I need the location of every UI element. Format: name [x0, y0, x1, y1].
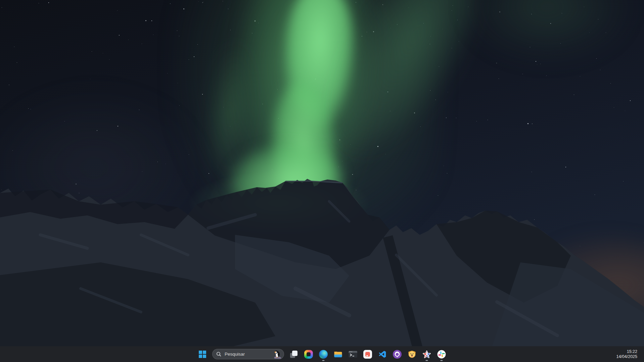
- windows-logo-icon: [199, 351, 206, 358]
- clock-date: 14/04/2025: [616, 354, 637, 360]
- taskbar-center-group: [195, 346, 449, 362]
- github-octocat-icon: [393, 350, 402, 359]
- edge-browser-icon: [319, 350, 328, 359]
- taskbar-app-task-view[interactable]: [286, 347, 301, 362]
- taskbar-app-vscode[interactable]: [375, 347, 390, 362]
- search-input[interactable]: [224, 351, 272, 357]
- taskbar-app-edge[interactable]: [316, 347, 331, 362]
- vscode-icon: [378, 350, 387, 359]
- terminal-icon: [349, 351, 357, 358]
- taskbar-app-red-card[interactable]: [360, 347, 375, 362]
- taskbar-app-dog[interactable]: [405, 347, 419, 362]
- taskbar-app-file-explorer[interactable]: [331, 347, 346, 362]
- taskbar-app-terminal[interactable]: [346, 347, 360, 362]
- search-icon: [216, 352, 221, 357]
- running-indicator: [426, 360, 428, 361]
- search-daily-puffin-image[interactable]: [272, 350, 282, 359]
- red-card-icon: [363, 350, 372, 359]
- taskbar-app-copilot[interactable]: [301, 347, 316, 362]
- start-button[interactable]: [195, 347, 210, 362]
- taskbar-app-github[interactable]: [390, 347, 405, 362]
- taskbar-clock[interactable]: 15:22 14/04/2025: [616, 349, 637, 359]
- task-view-icon: [289, 350, 298, 359]
- copilot-365-icon: [304, 350, 313, 359]
- taskbar-app-star-a[interactable]: [419, 347, 434, 362]
- running-indicator: [322, 360, 325, 361]
- clock-time: 15:22: [616, 349, 637, 354]
- taskbar: 15:22 14/04/2025: [0, 346, 644, 362]
- dog-face-icon: [408, 350, 416, 359]
- taskbar-search-box[interactable]: [212, 349, 284, 359]
- desktop-wallpaper: [0, 0, 644, 362]
- mountain-silhouette: [0, 0, 644, 362]
- slack-icon: [437, 350, 446, 359]
- file-explorer-folder-icon: [334, 351, 342, 358]
- running-indicator: [441, 360, 443, 361]
- taskbar-app-slack[interactable]: [434, 347, 449, 362]
- star-a-icon: [422, 350, 431, 359]
